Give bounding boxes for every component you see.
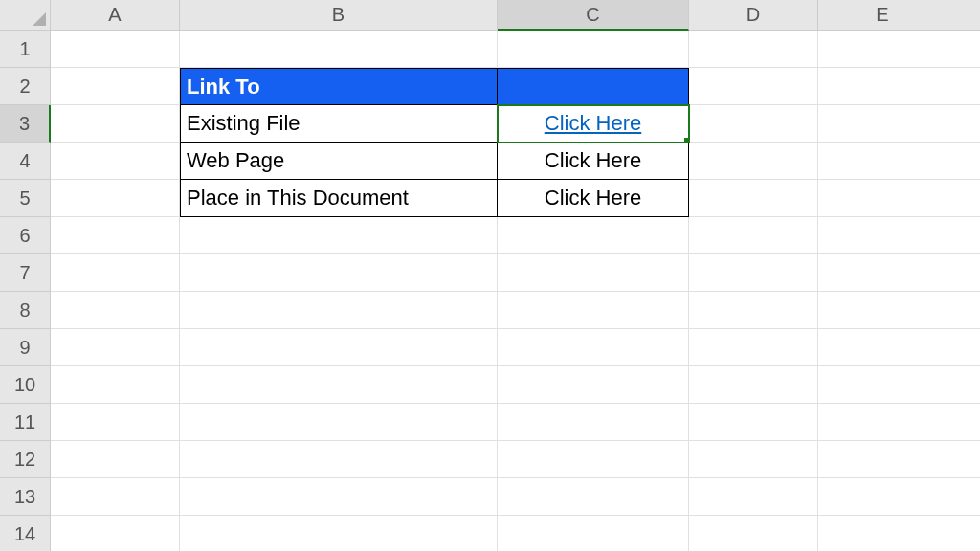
cell-F2[interactable] [947, 68, 980, 105]
col-header-D[interactable]: D [689, 0, 818, 31]
cell-A5[interactable] [51, 180, 180, 217]
row-header-3[interactable]: 3 [0, 105, 51, 143]
cell-C13[interactable] [498, 478, 689, 516]
row-header-1[interactable]: 1 [0, 31, 51, 68]
cell-C14[interactable] [498, 516, 689, 551]
cell-F6[interactable] [947, 217, 980, 254]
cell-E7[interactable] [818, 254, 947, 292]
col-header-B[interactable]: B [180, 0, 498, 31]
cell-D5[interactable] [689, 180, 818, 217]
cell-E8[interactable] [818, 292, 947, 329]
cell-A2[interactable] [51, 68, 180, 105]
cell-D7[interactable] [689, 254, 818, 292]
cell-E12[interactable] [818, 441, 947, 478]
cell-D14[interactable] [689, 516, 818, 551]
cell-B8[interactable] [180, 292, 498, 329]
cell-C6[interactable] [498, 217, 689, 254]
cell-D1[interactable] [689, 31, 818, 68]
cell-C10[interactable] [498, 366, 689, 404]
cell-F8[interactable] [947, 292, 980, 329]
cell-A10[interactable] [51, 366, 180, 404]
cell-D2[interactable] [689, 68, 818, 105]
cell-A4[interactable] [51, 143, 180, 180]
cell-E9[interactable] [818, 329, 947, 366]
col-header-E[interactable]: E [818, 0, 947, 31]
cell-A8[interactable] [51, 292, 180, 329]
row-header-8[interactable]: 8 [0, 292, 51, 329]
cell-F13[interactable] [947, 478, 980, 516]
cell-E4[interactable] [818, 143, 947, 180]
cell-B10[interactable] [180, 366, 498, 404]
cell-C4[interactable]: Click Here [498, 143, 689, 180]
cell-D9[interactable] [689, 329, 818, 366]
cell-E2[interactable] [818, 68, 947, 105]
select-all-corner[interactable] [0, 0, 51, 31]
row-header-4[interactable]: 4 [0, 143, 51, 180]
cell-B5[interactable]: Place in This Document [180, 180, 498, 217]
cell-D13[interactable] [689, 478, 818, 516]
cell-A13[interactable] [51, 478, 180, 516]
cell-A7[interactable] [51, 254, 180, 292]
cell-B7[interactable] [180, 254, 498, 292]
cell-B2[interactable]: Link To [180, 68, 498, 105]
cell-F14[interactable] [947, 516, 980, 551]
cell-C7[interactable] [498, 254, 689, 292]
cell-C2[interactable] [498, 68, 689, 105]
cell-D4[interactable] [689, 143, 818, 180]
cell-C12[interactable] [498, 441, 689, 478]
cell-B1[interactable] [180, 31, 498, 68]
col-header-blank[interactable] [947, 0, 980, 31]
cell-C1[interactable] [498, 31, 689, 68]
cell-A6[interactable] [51, 217, 180, 254]
row-header-6[interactable]: 6 [0, 217, 51, 254]
cell-F4[interactable] [947, 143, 980, 180]
cell-D8[interactable] [689, 292, 818, 329]
cell-F3[interactable] [947, 105, 980, 143]
cell-F12[interactable] [947, 441, 980, 478]
cell-E13[interactable] [818, 478, 947, 516]
cell-E6[interactable] [818, 217, 947, 254]
row-header-10[interactable]: 10 [0, 366, 51, 404]
row-header-5[interactable]: 5 [0, 180, 51, 217]
cell-C9[interactable] [498, 329, 689, 366]
row-header-9[interactable]: 9 [0, 329, 51, 366]
cell-E1[interactable] [818, 31, 947, 68]
cell-B12[interactable] [180, 441, 498, 478]
row-header-13[interactable]: 13 [0, 478, 51, 516]
cell-C11[interactable] [498, 404, 689, 441]
cell-E10[interactable] [818, 366, 947, 404]
col-header-C[interactable]: C [498, 0, 689, 31]
cell-D11[interactable] [689, 404, 818, 441]
row-header-11[interactable]: 11 [0, 404, 51, 441]
cell-A1[interactable] [51, 31, 180, 68]
cell-A12[interactable] [51, 441, 180, 478]
cell-B11[interactable] [180, 404, 498, 441]
cell-F7[interactable] [947, 254, 980, 292]
cell-C8[interactable] [498, 292, 689, 329]
cell-B3[interactable]: Existing File [180, 105, 498, 143]
cell-B13[interactable] [180, 478, 498, 516]
row-header-14[interactable]: 14 [0, 516, 51, 551]
cell-F10[interactable] [947, 366, 980, 404]
cell-D10[interactable] [689, 366, 818, 404]
col-header-A[interactable]: A [51, 0, 180, 31]
cell-F1[interactable] [947, 31, 980, 68]
cell-A11[interactable] [51, 404, 180, 441]
cell-F5[interactable] [947, 180, 980, 217]
cell-A14[interactable] [51, 516, 180, 551]
cell-A3[interactable] [51, 105, 180, 143]
cell-F9[interactable] [947, 329, 980, 366]
cell-D12[interactable] [689, 441, 818, 478]
row-header-12[interactable]: 12 [0, 441, 51, 478]
cell-B6[interactable] [180, 217, 498, 254]
cell-B9[interactable] [180, 329, 498, 366]
cell-A9[interactable] [51, 329, 180, 366]
row-header-7[interactable]: 7 [0, 254, 51, 292]
cell-E3[interactable] [818, 105, 947, 143]
cell-D6[interactable] [689, 217, 818, 254]
row-header-2[interactable]: 2 [0, 68, 51, 105]
cell-B4[interactable]: Web Page [180, 143, 498, 180]
cell-B14[interactable] [180, 516, 498, 551]
cell-F11[interactable] [947, 404, 980, 441]
cell-C3[interactable]: Click Here [498, 105, 689, 143]
